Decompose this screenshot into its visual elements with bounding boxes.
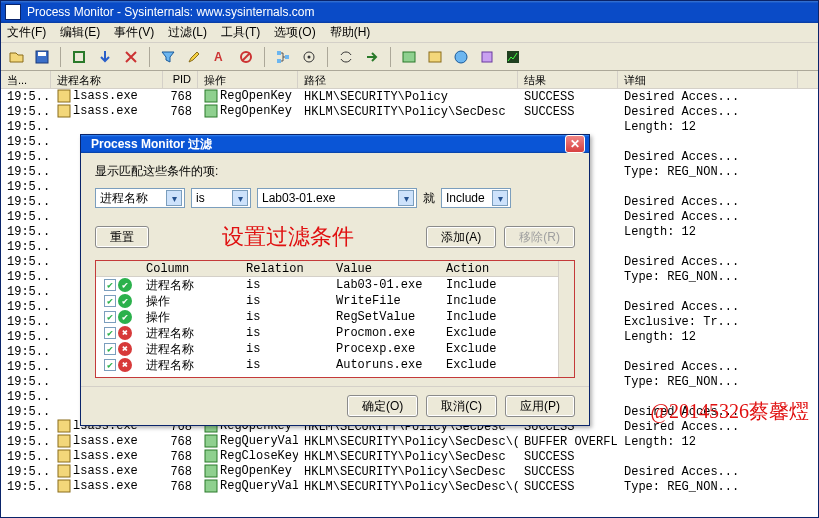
dialog-label: 显示匹配这些条件的项: [95, 163, 575, 180]
registry-icon[interactable] [398, 46, 420, 68]
svg-rect-12 [429, 52, 441, 62]
checkbox[interactable]: ✔ [104, 343, 116, 355]
menu-options[interactable]: 选项(O) [274, 24, 315, 41]
table-row[interactable]: 19:5...lsass.exe768RegQueryValueHKLM\SEC… [1, 479, 818, 494]
goto-icon[interactable] [361, 46, 383, 68]
col-result[interactable]: 结果 [518, 71, 618, 88]
checkbox[interactable]: ✔ [104, 295, 116, 307]
process-icon [57, 479, 71, 493]
chevron-down-icon [166, 190, 182, 206]
filter-col-value[interactable]: Value [330, 262, 440, 276]
menu-tools[interactable]: 工具(T) [221, 24, 260, 41]
autoscroll-icon[interactable] [94, 46, 116, 68]
apply-button[interactable]: 应用(P) [505, 395, 575, 417]
col-time[interactable]: 当... [1, 71, 51, 88]
registry-icon [204, 89, 218, 103]
menu-filter[interactable]: 过滤(L) [168, 24, 207, 41]
checkbox[interactable]: ✔ [104, 359, 116, 371]
save-icon[interactable] [31, 46, 53, 68]
checkbox[interactable]: ✔ [104, 327, 116, 339]
tree-icon[interactable] [272, 46, 294, 68]
filesystem-icon[interactable] [424, 46, 446, 68]
svg-rect-17 [205, 90, 217, 102]
listview-header: 当... 进程名称 PID 操作 路径 结果 详细 [1, 71, 818, 89]
table-row[interactable]: 19:5...lsass.exe768RegCloseKeyHKLM\SECUR… [1, 449, 818, 464]
add-button[interactable]: 添加(A) [426, 226, 496, 248]
filter-dialog: Process Monitor 过滤 ✕ 显示匹配这些条件的项: 进程名称 is… [80, 134, 590, 426]
svg-rect-15 [507, 51, 519, 63]
col-detail[interactable]: 详细 [618, 71, 798, 88]
svg-rect-1 [38, 52, 46, 56]
table-row[interactable]: 19:5...lsass.exe768RegQueryValueHKLM\SEC… [1, 434, 818, 449]
registry-icon [204, 479, 218, 493]
table-row[interactable]: 19:5...lsass.exe768RegOpenKeyHKLM\SECURI… [1, 104, 818, 119]
dialog-title: Process Monitor 过滤 [91, 136, 212, 153]
annotation-text: 设置过滤条件 [222, 222, 354, 252]
capture-icon[interactable] [68, 46, 90, 68]
table-row[interactable]: 19:5...lsass.exe768RegOpenKeyHKLM\SECURI… [1, 89, 818, 104]
filter-row[interactable]: ✔✔进程名称isLab03-01.exeInclude [96, 277, 574, 293]
filter-col-action[interactable]: Action [440, 262, 540, 276]
svg-rect-11 [403, 52, 415, 62]
menu-file[interactable]: 文件(F) [7, 24, 46, 41]
svg-rect-23 [205, 435, 217, 447]
filter-row[interactable]: ✔✖进程名称isProcmon.exeExclude [96, 325, 574, 341]
checkbox[interactable]: ✔ [104, 311, 116, 323]
svg-rect-27 [205, 465, 217, 477]
include-badge-icon: ✔ [118, 294, 132, 308]
col-op[interactable]: 操作 [198, 71, 298, 88]
chevron-down-icon [398, 190, 414, 206]
filter-row[interactable]: ✔✔操作isWriteFileInclude [96, 293, 574, 309]
checkbox[interactable]: ✔ [104, 279, 116, 291]
remove-button[interactable]: 移除(R) [504, 226, 575, 248]
clear-icon[interactable] [120, 46, 142, 68]
table-row[interactable]: 19:5...lsass.exe768RegOpenKeyHKLM\SECURI… [1, 464, 818, 479]
window-title: Process Monitor - Sysinternals: www.sysi… [27, 5, 314, 19]
process-icon [57, 89, 71, 103]
scrollbar[interactable] [558, 261, 574, 377]
registry-icon [204, 464, 218, 478]
action-combo[interactable]: Include [441, 188, 511, 208]
svg-rect-6 [277, 51, 281, 55]
svg-line-5 [242, 53, 250, 61]
field-combo[interactable]: 进程名称 [95, 188, 185, 208]
cancel-button[interactable]: 取消(C) [426, 395, 497, 417]
filter-row[interactable]: ✔✖进程名称isProcexp.exeExclude [96, 341, 574, 357]
ok-button[interactable]: 确定(O) [347, 395, 418, 417]
highlight-icon[interactable] [183, 46, 205, 68]
col-path[interactable]: 路径 [298, 71, 518, 88]
relation-combo[interactable]: is [191, 188, 251, 208]
open-icon[interactable] [5, 46, 27, 68]
filter-row[interactable]: ✔✖进程名称isAutoruns.exeExclude [96, 357, 574, 373]
process-icon [57, 464, 71, 478]
find-icon[interactable] [335, 46, 357, 68]
menu-edit[interactable]: 编辑(E) [60, 24, 100, 41]
svg-rect-7 [277, 59, 281, 63]
svg-rect-18 [58, 105, 70, 117]
filter-listview[interactable]: Column Relation Value Action ✔✔进程名称isLab… [95, 260, 575, 378]
target-icon[interactable] [298, 46, 320, 68]
svg-point-13 [455, 51, 467, 63]
watermark-text: @20145326蔡馨熤 [651, 398, 809, 425]
process-icon [57, 434, 71, 448]
filter-col-relation[interactable]: Relation [240, 262, 330, 276]
network-icon[interactable] [450, 46, 472, 68]
menu-help[interactable]: 帮助(H) [330, 24, 371, 41]
close-icon[interactable]: ✕ [565, 135, 585, 153]
col-process[interactable]: 进程名称 [51, 71, 163, 88]
process-icon[interactable] [476, 46, 498, 68]
svg-rect-20 [58, 420, 70, 432]
filter-icon[interactable] [157, 46, 179, 68]
include-icon[interactable]: A [209, 46, 231, 68]
col-pid[interactable]: PID [163, 71, 198, 88]
filter-row[interactable]: ✔✔操作isRegSetValueInclude [96, 309, 574, 325]
profiling-icon[interactable] [502, 46, 524, 68]
exclude-icon[interactable] [235, 46, 257, 68]
menu-event[interactable]: 事件(V) [114, 24, 154, 41]
filter-col-column[interactable]: Column [140, 262, 240, 276]
value-combo[interactable]: Lab03-01.exe [257, 188, 417, 208]
svg-rect-8 [285, 55, 289, 59]
table-row[interactable]: 19:5...Length: 12 [1, 119, 818, 134]
svg-text:A: A [214, 50, 223, 64]
reset-button[interactable]: 重置 [95, 226, 149, 248]
